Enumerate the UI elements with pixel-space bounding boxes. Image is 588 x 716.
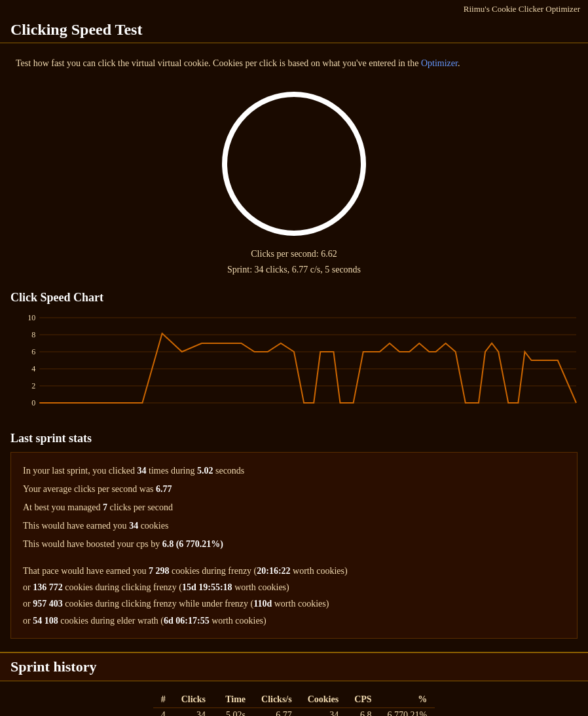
frenzy-3: or 957 403 cookies during clicking frenz… xyxy=(23,595,565,612)
cps-display: Clicks per second: 6.62 Sprint: 34 click… xyxy=(227,246,361,278)
frenzy-2: or 136 772 cookies during clicking frenz… xyxy=(23,579,565,595)
svg-text:8: 8 xyxy=(31,330,35,339)
stat-1: In your last sprint, you clicked 34 time… xyxy=(23,462,565,480)
description: Test how fast you can click the virtual … xyxy=(0,43,588,79)
app-title: Riimu's Cookie Clicker Optimizer xyxy=(464,4,580,14)
sprint-table-body: 4345.02s6.77346.86 770.21%36910.38s6.656… xyxy=(153,707,435,716)
description-end: . xyxy=(458,58,460,68)
frenzy-1: That pace would have earned you 7 298 co… xyxy=(23,563,565,579)
col-time: Time xyxy=(213,692,253,708)
sprint-history-content: # Clicks Time Clicks/s Cookies CPS % 434… xyxy=(0,681,588,716)
app-header: Riimu's Cookie Clicker Optimizer xyxy=(0,0,588,16)
stat-5: This would have boosted your cps by 6.8 … xyxy=(23,535,565,554)
last-sprint-title: Last sprint stats xyxy=(10,432,578,445)
stat-3: At best you managed 7 clicks per second xyxy=(23,499,565,517)
svg-text:4: 4 xyxy=(31,364,35,373)
sprint-table: # Clicks Time Clicks/s Cookies CPS % 434… xyxy=(153,692,435,716)
last-sprint-section: Last sprint stats In your last sprint, y… xyxy=(0,423,588,645)
col-cps: CPS xyxy=(346,692,379,708)
chart-section: Click Speed Chart 10 8 6 4 2 0 xyxy=(0,284,588,423)
stat-2: Your average clicks per second was 6.77 xyxy=(23,480,565,499)
cps-label: Clicks per second: 6.62 xyxy=(227,246,361,262)
stat-4: This would have earned you 34 cookies xyxy=(23,517,565,535)
col-pct: % xyxy=(380,692,435,708)
col-num: # xyxy=(153,692,174,708)
chart-title: Click Speed Chart xyxy=(10,291,578,305)
frenzy-block: That pace would have earned you 7 298 co… xyxy=(23,563,565,629)
optimizer-link[interactable]: Optimizer xyxy=(421,58,458,68)
cookie-button[interactable] xyxy=(222,92,366,236)
table-row: 4345.02s6.77346.86 770.21% xyxy=(153,707,435,716)
col-clicks: Clicks xyxy=(174,692,213,708)
sprint-label: Sprint: 34 clicks, 6.77 c/s, 5 seconds xyxy=(227,262,361,278)
svg-text:0: 0 xyxy=(31,398,35,407)
page-title: Clicking Speed Test xyxy=(0,16,588,43)
sprint-stats-box: In your last sprint, you clicked 34 time… xyxy=(10,452,578,639)
chart-svg: 10 8 6 4 2 0 xyxy=(10,311,578,416)
col-cookies: Cookies xyxy=(300,692,346,708)
frenzy-4: or 54 108 cookies during elder wrath (6d… xyxy=(23,612,565,629)
sprint-history-section: Sprint history # Clicks Time Clicks/s Co… xyxy=(0,652,588,716)
cookie-area: Clicks per second: 6.62 Sprint: 34 click… xyxy=(0,79,588,284)
svg-text:2: 2 xyxy=(31,381,35,390)
sprint-history-title: Sprint history xyxy=(10,658,578,675)
description-text: Test how fast you can click the virtual … xyxy=(16,58,421,68)
col-clickss: Clicks/s xyxy=(253,692,300,708)
svg-text:6: 6 xyxy=(31,347,35,356)
table-header-row: # Clicks Time Clicks/s Cookies CPS % xyxy=(153,692,435,708)
svg-text:10: 10 xyxy=(28,313,35,322)
chart-container: 10 8 6 4 2 0 xyxy=(10,311,578,416)
sprint-history-header: Sprint history xyxy=(0,652,588,681)
